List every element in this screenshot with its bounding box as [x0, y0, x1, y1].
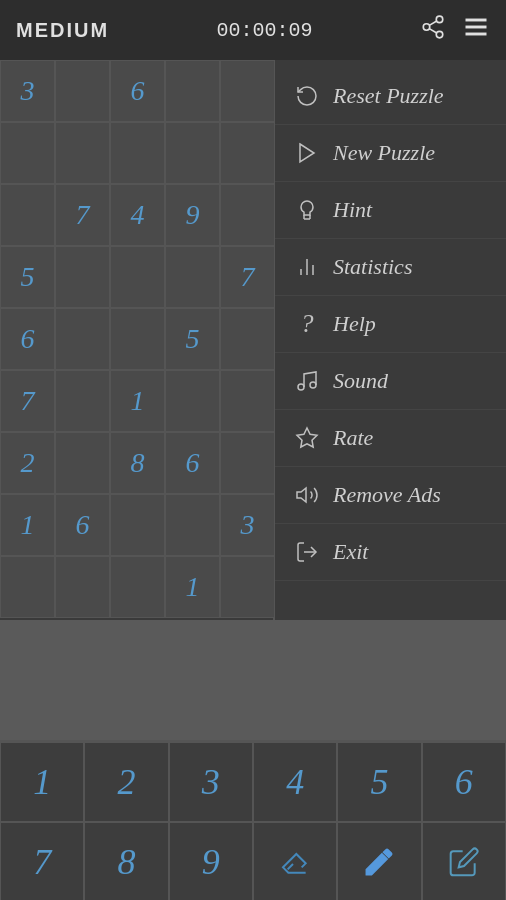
svg-point-0 — [436, 16, 443, 23]
menu-item-rate[interactable]: Rate — [275, 410, 506, 467]
sudoku-cell-1-1[interactable] — [55, 122, 110, 184]
sudoku-cell-6-3[interactable]: 6 — [165, 432, 220, 494]
svg-point-15 — [310, 382, 316, 388]
sudoku-grid: 367495765712861631 — [0, 60, 275, 620]
sudoku-cell-7-1[interactable]: 6 — [55, 494, 110, 556]
exit-label: Exit — [333, 539, 368, 565]
sudoku-cell-8-2[interactable] — [110, 556, 165, 618]
menu-item-new[interactable]: New Puzzle — [275, 125, 506, 182]
numpad-7[interactable]: 7 — [0, 822, 84, 900]
numpad-1[interactable]: 1 — [0, 742, 84, 822]
svg-point-2 — [436, 31, 443, 38]
svg-marker-16 — [297, 428, 317, 447]
menu-item-sound[interactable]: Sound — [275, 353, 506, 410]
menu-item-removeads[interactable]: Remove Ads — [275, 467, 506, 524]
sudoku-cell-2-0[interactable] — [0, 184, 55, 246]
hint-label: Hint — [333, 197, 372, 223]
sudoku-cell-4-1[interactable] — [55, 308, 110, 370]
sudoku-cell-6-1[interactable] — [55, 432, 110, 494]
sudoku-cell-4-2[interactable] — [110, 308, 165, 370]
sudoku-cell-8-3[interactable]: 1 — [165, 556, 220, 618]
sudoku-cell-7-0[interactable]: 1 — [0, 494, 55, 556]
play-icon — [291, 137, 323, 169]
sudoku-cell-0-3[interactable] — [165, 60, 220, 122]
timer-display: 00:00:09 — [217, 19, 313, 42]
numpad-5[interactable]: 5 — [337, 742, 421, 822]
exit-icon — [291, 536, 323, 568]
svg-line-4 — [429, 21, 436, 25]
sudoku-cell-4-3[interactable]: 5 — [165, 308, 220, 370]
sudoku-cell-2-3[interactable]: 9 — [165, 184, 220, 246]
sudoku-cell-3-1[interactable] — [55, 246, 110, 308]
speaker-icon — [291, 479, 323, 511]
sudoku-cell-0-0[interactable]: 3 — [0, 60, 55, 122]
numpad-8[interactable]: 8 — [84, 822, 168, 900]
sudoku-cell-3-3[interactable] — [165, 246, 220, 308]
sudoku-cell-0-1[interactable] — [55, 60, 110, 122]
svg-marker-8 — [300, 144, 314, 162]
numpad-3[interactable]: 3 — [169, 742, 253, 822]
sudoku-cell-6-2[interactable]: 8 — [110, 432, 165, 494]
stats-icon — [291, 251, 323, 283]
menu-item-statistics[interactable]: Statistics — [275, 239, 506, 296]
menu-panel: Reset Puzzle New Puzzle Hint Statistics … — [275, 60, 506, 620]
sudoku-cell-7-4[interactable]: 3 — [220, 494, 275, 556]
numpad: 1 2 3 4 5 6 7 8 9 — [0, 740, 506, 900]
reset-icon — [291, 80, 323, 112]
sound-icon — [291, 365, 323, 397]
numpad-4[interactable]: 4 — [253, 742, 337, 822]
numpad-2[interactable]: 2 — [84, 742, 168, 822]
sudoku-cell-8-1[interactable] — [55, 556, 110, 618]
sudoku-cell-8-4[interactable] — [220, 556, 275, 618]
sudoku-cell-6-0[interactable]: 2 — [0, 432, 55, 494]
help-icon: ? — [291, 308, 323, 340]
sudoku-cell-4-0[interactable]: 6 — [0, 308, 55, 370]
sudoku-cell-2-2[interactable]: 4 — [110, 184, 165, 246]
sudoku-cell-5-4[interactable] — [220, 370, 275, 432]
menu-item-reset[interactable]: Reset Puzzle — [275, 68, 506, 125]
main-area: 367495765712861631 Reset Puzzle New Puzz… — [0, 60, 506, 620]
sudoku-cell-8-0[interactable] — [0, 556, 55, 618]
sudoku-cell-1-4[interactable] — [220, 122, 275, 184]
sudoku-cell-5-0[interactable]: 7 — [0, 370, 55, 432]
sudoku-cell-1-2[interactable] — [110, 122, 165, 184]
statistics-label: Statistics — [333, 254, 412, 280]
sudoku-cell-5-3[interactable] — [165, 370, 220, 432]
sudoku-cell-0-4[interactable] — [220, 60, 275, 122]
menu-item-hint[interactable]: Hint — [275, 182, 506, 239]
marker-tool[interactable] — [337, 822, 421, 900]
menu-item-help[interactable]: ? Help — [275, 296, 506, 353]
numpad-6[interactable]: 6 — [422, 742, 506, 822]
sudoku-cell-1-0[interactable] — [0, 122, 55, 184]
bulb-icon — [291, 194, 323, 226]
header-actions — [420, 13, 490, 47]
sudoku-cell-1-3[interactable] — [165, 122, 220, 184]
menu-item-exit[interactable]: Exit — [275, 524, 506, 581]
pencil-tool[interactable] — [422, 822, 506, 900]
eraser-tool[interactable] — [253, 822, 337, 900]
svg-point-14 — [298, 384, 304, 390]
bottom-space — [0, 620, 506, 740]
sudoku-cell-2-1[interactable]: 7 — [55, 184, 110, 246]
removeads-label: Remove Ads — [333, 482, 441, 508]
share-icon[interactable] — [420, 14, 446, 46]
sudoku-cell-3-0[interactable]: 5 — [0, 246, 55, 308]
sudoku-cell-7-2[interactable] — [110, 494, 165, 556]
sudoku-cell-6-4[interactable] — [220, 432, 275, 494]
sudoku-cell-3-4[interactable]: 7 — [220, 246, 275, 308]
new-label: New Puzzle — [333, 140, 435, 166]
difficulty-label: MEDIUM — [16, 19, 109, 42]
sudoku-cell-4-4[interactable] — [220, 308, 275, 370]
numpad-9[interactable]: 9 — [169, 822, 253, 900]
sudoku-cell-5-1[interactable] — [55, 370, 110, 432]
sudoku-cell-3-2[interactable] — [110, 246, 165, 308]
sudoku-cell-5-2[interactable]: 1 — [110, 370, 165, 432]
sudoku-cell-0-2[interactable]: 6 — [110, 60, 165, 122]
svg-point-1 — [423, 24, 430, 31]
svg-line-3 — [429, 29, 436, 33]
sudoku-cell-2-4[interactable] — [220, 184, 275, 246]
rate-label: Rate — [333, 425, 373, 451]
hamburger-icon[interactable] — [462, 13, 490, 47]
help-label: Help — [333, 311, 376, 337]
sudoku-cell-7-3[interactable] — [165, 494, 220, 556]
